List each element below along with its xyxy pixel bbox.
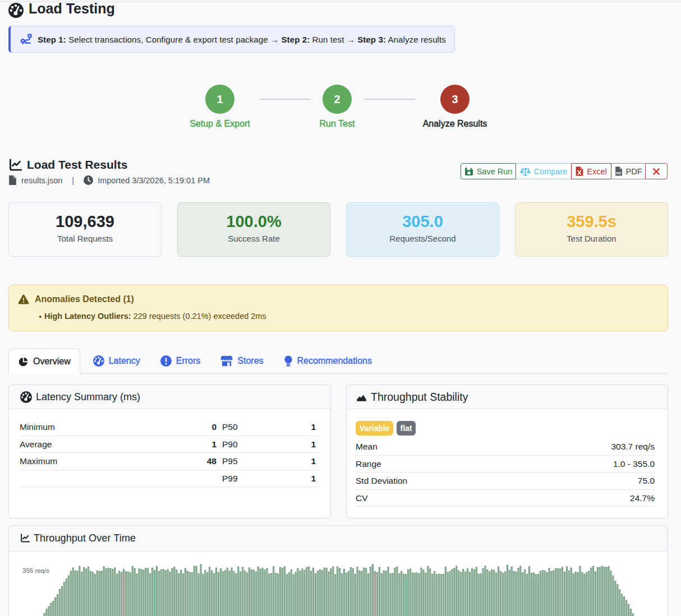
svg-text:PDF: PDF (616, 172, 622, 175)
